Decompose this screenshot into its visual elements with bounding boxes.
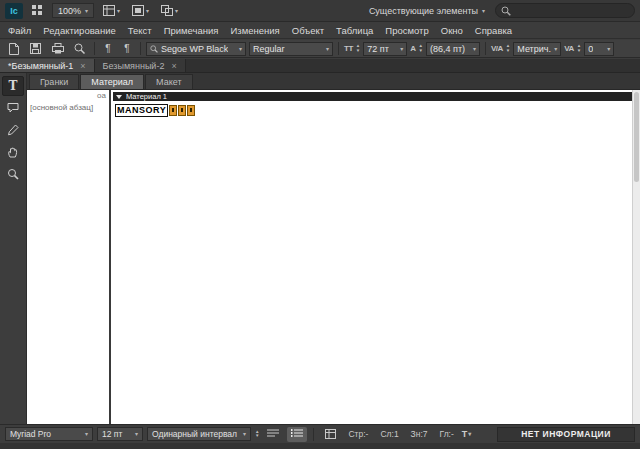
missing-glyph-marker	[178, 105, 186, 116]
doc-tab-untitled-1[interactable]: *Безымянный-1 ×	[0, 59, 95, 72]
close-icon[interactable]: ×	[171, 61, 176, 71]
line-spacing-stepper[interactable]: ▲ ▼	[255, 430, 259, 439]
story-title: Материал 1	[126, 92, 167, 101]
menu-notes[interactable]: Примечания	[158, 22, 225, 39]
kerning-value: Метрич.	[517, 44, 551, 54]
stepper-down-icon[interactable]: ▼	[255, 434, 259, 439]
story-text-line[interactable]: MANSORY	[115, 104, 195, 117]
bridge-button[interactable]	[29, 3, 46, 19]
menu-view[interactable]: Просмотр	[379, 22, 434, 39]
stepper-down-icon[interactable]: ▼	[577, 49, 581, 54]
application-bar: Ic 100% ▾ ▾ ▾ ▾	[0, 0, 640, 22]
line-numbers-icon[interactable]	[287, 427, 307, 442]
scrollbar-thumb[interactable]	[634, 92, 639, 182]
search-input[interactable]	[515, 6, 632, 16]
chevron-down-icon: ▾	[243, 431, 246, 437]
type-tool[interactable]: T	[2, 76, 24, 96]
type-tool-icon: T	[9, 79, 18, 93]
tab-layout[interactable]: Макет	[145, 74, 192, 89]
doc-tab-untitled-2[interactable]: Безымянный-2 ×	[95, 59, 186, 72]
arrange-documents-icon	[161, 5, 173, 16]
menu-window[interactable]: Окно	[435, 22, 469, 39]
zoom-tool[interactable]	[2, 164, 24, 184]
note-tool[interactable]	[2, 98, 24, 118]
view-options-icon	[103, 5, 115, 16]
vertical-scrollbar[interactable]	[632, 90, 640, 424]
chevron-down-icon: ▾	[326, 46, 329, 52]
document-icon[interactable]	[4, 41, 23, 56]
line-spacing-field[interactable]: Одинарный интервал ▾	[147, 427, 251, 441]
note-icon	[7, 102, 19, 114]
show-hidden-characters-button[interactable]: ¶	[100, 41, 116, 56]
divider	[140, 42, 141, 55]
workspace-switcher[interactable]: Существующие элементы ▾	[365, 6, 489, 16]
story-header-bar[interactable]: Материал 1	[113, 92, 632, 101]
close-icon[interactable]: ×	[80, 61, 85, 71]
zoom-icon	[7, 168, 19, 180]
chevron-down-icon: ▾	[482, 8, 485, 14]
zoom-level-dropdown[interactable]: 100% ▾	[52, 3, 94, 18]
chevron-down-icon: ▾	[85, 8, 88, 14]
arrange-documents-dropdown[interactable]: ▾	[158, 3, 181, 19]
tracking-stepper[interactable]: ▲ ▼	[577, 44, 581, 53]
copyfit-info-icon[interactable]	[320, 427, 340, 442]
style-info-column: оа [основной абзац]	[27, 90, 111, 424]
stepper-down-icon[interactable]: ▼	[506, 49, 510, 54]
print-icon[interactable]	[48, 41, 67, 56]
galley-adjust-icon[interactable]	[263, 427, 283, 442]
tracking-icon: VA	[564, 44, 574, 53]
tab-galley[interactable]: Гранки	[29, 74, 79, 89]
view-options-dropdown[interactable]: ▾	[100, 3, 123, 19]
text-depth-button[interactable]: T ▾	[462, 429, 472, 439]
galley-size-field[interactable]: 12 пт ▾	[97, 427, 143, 441]
menu-object[interactable]: Объект	[286, 22, 330, 39]
copyfit-status: НЕТ ИНФОРМАЦИИ	[497, 427, 635, 442]
story-editor: оа [основной абзац] Материал 1 MANSORY	[27, 89, 640, 424]
font-size-stepper[interactable]: ▲ ▼	[356, 44, 360, 53]
menu-file[interactable]: Файл	[2, 22, 37, 39]
search-field[interactable]	[495, 3, 635, 18]
chevron-down-icon: ▾	[117, 8, 120, 14]
menu-changes[interactable]: Изменения	[225, 22, 286, 39]
divider	[313, 428, 314, 441]
menu-help[interactable]: Справка	[469, 22, 518, 39]
stat-characters: Зн:7	[411, 429, 428, 439]
menu-bar: Файл Редактирование Текст Примечания Изм…	[0, 22, 640, 39]
collapse-triangle-icon[interactable]	[116, 95, 122, 99]
kerning-field[interactable]: Метрич. ▾	[513, 42, 561, 56]
column-header: оа	[97, 91, 106, 100]
tab-story[interactable]: Материал	[80, 74, 144, 89]
font-search-icon	[150, 45, 158, 53]
eyedropper-tool[interactable]	[2, 120, 24, 140]
tracking-field[interactable]: 0 ▾	[584, 42, 614, 56]
galley-font-field[interactable]: Myriad Pro ▾	[5, 427, 93, 441]
find-icon[interactable]	[70, 41, 89, 56]
paragraph-style-label: [основной абзац]	[30, 103, 93, 112]
leading-stepper[interactable]: ▲ ▼	[419, 44, 423, 53]
menu-table[interactable]: Таблица	[330, 22, 379, 39]
kerning-stepper[interactable]: ▲ ▼	[506, 44, 510, 53]
bridge-icon	[32, 5, 43, 16]
doc-tab-label: Безымянный-2	[103, 61, 165, 71]
leading-field[interactable]: (86,4 пт) ▾	[426, 42, 480, 56]
chevron-down-icon: ▾	[473, 46, 476, 52]
missing-glyph-marker	[187, 105, 195, 116]
screen-mode-dropdown[interactable]: ▾	[129, 3, 152, 19]
story-text-area[interactable]: Материал 1 MANSORY	[113, 90, 632, 424]
font-style-field[interactable]: Regular ▾	[249, 42, 333, 56]
font-size-field[interactable]: 72 пт ▾	[363, 42, 407, 56]
search-icon	[501, 6, 511, 16]
menu-edit[interactable]: Редактирование	[37, 22, 121, 39]
font-family-field[interactable]: Segoe WP Black ▾	[146, 42, 246, 56]
story-text[interactable]: MANSORY	[115, 104, 168, 117]
save-icon[interactable]	[26, 41, 45, 56]
hand-tool[interactable]	[2, 142, 24, 162]
workspace-name: Существующие элементы	[369, 6, 478, 16]
divider	[485, 42, 486, 55]
stepper-down-icon[interactable]: ▼	[356, 49, 360, 54]
paragraph-direction-button[interactable]: ¶	[119, 41, 135, 56]
stepper-down-icon[interactable]: ▼	[419, 49, 423, 54]
tracking-value: 0	[588, 44, 593, 54]
leading-icon: A	[410, 44, 415, 53]
menu-type[interactable]: Текст	[122, 22, 158, 39]
